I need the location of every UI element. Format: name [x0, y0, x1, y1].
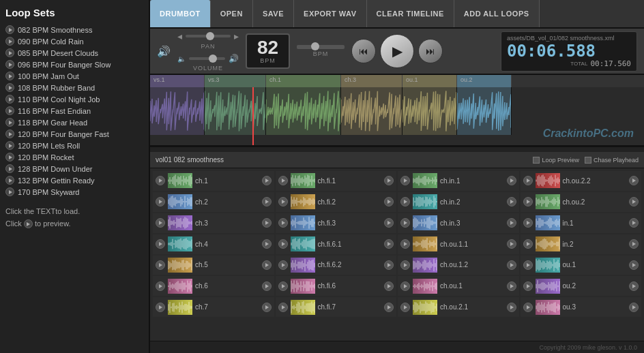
loop-end-ch.fi.6.1[interactable] [384, 239, 394, 249]
loop-set-item-12[interactable]: 128 BPM Down Under [5, 163, 143, 174]
loop-set-play-2[interactable] [5, 48, 14, 57]
loop-set-play-7[interactable] [5, 106, 14, 115]
loop-play-ch.1[interactable] [156, 176, 165, 185]
loop-play-ch.5[interactable] [156, 260, 165, 270]
tab-add-all-loops[interactable]: ADD ALL LOOPS [454, 0, 540, 27]
loop-set-item-10[interactable]: 120 BPM Lets Roll [5, 140, 143, 151]
loop-set-item-8[interactable]: 118 BPM Gear Head [5, 117, 143, 128]
loop-item[interactable]: ch.in.2 [398, 192, 519, 212]
tab-clear-timeline[interactable]: CLEAR TIMELINE [367, 0, 454, 27]
loop-end-ch.4[interactable] [262, 239, 272, 249]
loop-end-ch.ou.1[interactable] [507, 281, 516, 291]
loop-item[interactable]: in.1 [521, 213, 642, 233]
loop-item[interactable]: ou.1 [521, 256, 642, 275]
prev-button[interactable]: ⏮ [351, 39, 376, 63]
tab-export-wav[interactable]: EXPORT WAV [294, 0, 367, 27]
loop-item[interactable]: ou.3 [521, 297, 642, 317]
loop-item[interactable]: ch.7 [153, 297, 274, 317]
loop-set-item-5[interactable]: 108 BPM Rubber Band [5, 82, 143, 93]
loop-set-item-2[interactable]: 085 BPM Desert Clouds [5, 47, 143, 59]
loop-end-ou.2[interactable] [629, 281, 639, 291]
loop-end-ch.7[interactable] [262, 303, 272, 312]
loop-play-ch.6[interactable] [156, 281, 165, 291]
loop-item[interactable]: ch.ou.1 [398, 276, 519, 296]
loop-play-ch.ou.1.1[interactable] [400, 239, 410, 249]
loop-set-item-6[interactable]: 110 BPM Cool Night Job [5, 93, 143, 105]
loop-play-ch.fi.3[interactable] [278, 218, 288, 228]
loop-set-item-11[interactable]: 120 BPM Rocket [5, 151, 143, 163]
loop-play-ch.in.2[interactable] [400, 197, 410, 206]
loop-end-ch.in.2[interactable] [507, 197, 516, 206]
loop-end-ch.fi.1[interactable] [384, 176, 394, 185]
loop-play-ch.ou.1.2[interactable] [400, 260, 410, 270]
loop-item[interactable]: ch.ou.2 [521, 192, 642, 212]
loop-item[interactable]: ch.in.1 [398, 171, 519, 191]
loop-play-in.2[interactable] [523, 239, 533, 249]
loop-set-play-0[interactable] [5, 25, 14, 34]
loop-item[interactable]: ch.fi.1 [276, 171, 397, 191]
loop-item[interactable]: ch.ou.2.1 [398, 297, 519, 317]
loop-play-ch.ou.1[interactable] [400, 281, 410, 291]
loop-preview-checkbox[interactable] [533, 157, 540, 164]
loop-play-ch.2[interactable] [156, 197, 165, 206]
loop-play-ch.fi.2[interactable] [278, 197, 288, 206]
loop-set-play-13[interactable] [5, 176, 14, 185]
loop-end-ou.1[interactable] [629, 260, 639, 270]
loop-set-item-7[interactable]: 116 BPM Fast Endian [5, 105, 143, 117]
loop-play-ch.4[interactable] [156, 239, 165, 249]
loop-play-ch.fi.6.2[interactable] [278, 260, 288, 270]
loop-set-play-3[interactable] [5, 60, 14, 69]
timeline-scrollbar[interactable] [150, 147, 644, 152]
loop-end-ch.in.3[interactable] [507, 218, 516, 228]
loop-end-ch.fi.6.2[interactable] [384, 260, 394, 270]
loop-set-play-4[interactable] [5, 72, 14, 80]
tab-drumbot[interactable]: drumbot [150, 0, 211, 27]
loop-item[interactable]: ch.1 [153, 171, 274, 191]
loop-end-ch.1[interactable] [262, 176, 272, 185]
timeline-area[interactable]: vs.1vs.3ch.1ch.3ou.1ou.2 CrackintoPC.com [150, 75, 644, 147]
loop-end-ch.3[interactable] [262, 218, 272, 228]
loop-item[interactable]: ch.fi.7 [276, 297, 397, 317]
loop-end-ou.3[interactable] [629, 303, 639, 312]
loop-set-item-3[interactable]: 096 BPM Four Banger Slow [5, 59, 143, 70]
loop-play-ch.in.1[interactable] [400, 176, 410, 185]
loop-set-item-0[interactable]: 082 BPM Smoothness [5, 24, 143, 35]
loop-end-ch.fi.7[interactable] [384, 303, 394, 312]
loop-play-ch.3[interactable] [156, 218, 165, 228]
loop-play-ch.in.3[interactable] [400, 218, 410, 228]
loop-end-ch.in.1[interactable] [507, 176, 516, 185]
loop-play-ou.2[interactable] [523, 281, 533, 291]
bpm-slider[interactable] [297, 45, 345, 49]
loop-set-play-11[interactable] [5, 153, 14, 162]
loop-item[interactable]: ch.fi.6.1 [276, 234, 397, 254]
tab-open[interactable]: OPEN [211, 0, 253, 27]
loop-end-ch.ou.2.1[interactable] [507, 303, 516, 312]
loop-set-play-14[interactable] [5, 187, 14, 196]
loop-item[interactable]: ch.fi.3 [276, 213, 397, 233]
loop-end-ch.ou.1.1[interactable] [507, 239, 516, 249]
loop-item[interactable]: ch.3 [153, 213, 274, 233]
loop-play-ch.fi.6[interactable] [278, 281, 288, 291]
play-button[interactable]: ▶ [380, 34, 414, 68]
loop-play-in.1[interactable] [523, 218, 533, 228]
loop-item[interactable]: ch.ou.1.1 [398, 234, 519, 254]
loop-item[interactable]: ch.fi.6.2 [276, 256, 397, 275]
loop-play-ch.ou.2[interactable] [523, 197, 533, 206]
loop-set-play-6[interactable] [5, 95, 14, 104]
loop-item[interactable]: ch.ou.2.2 [521, 171, 642, 191]
loop-play-ch.fi.6.1[interactable] [278, 239, 288, 249]
loop-set-item-13[interactable]: 132 BPM Gettin Ready [5, 174, 143, 186]
loop-set-item-14[interactable]: 170 BPM Skyward [5, 186, 143, 198]
loop-end-in.1[interactable] [629, 218, 639, 228]
loop-set-item-4[interactable]: 100 BPM Jam Out [5, 70, 143, 82]
loop-preview-label[interactable]: Loop Preview [533, 157, 579, 164]
loop-end-ch.fi.6[interactable] [384, 281, 394, 291]
loop-end-in.2[interactable] [629, 239, 639, 249]
loop-set-play-10[interactable] [5, 141, 14, 150]
loop-play-ch.fi.7[interactable] [278, 303, 288, 312]
loop-item[interactable]: ou.2 [521, 276, 642, 296]
loop-set-play-5[interactable] [5, 83, 14, 92]
loop-play-ch.7[interactable] [156, 303, 165, 312]
tab-save[interactable]: SAVE [253, 0, 294, 27]
loop-play-ou.3[interactable] [523, 303, 533, 312]
